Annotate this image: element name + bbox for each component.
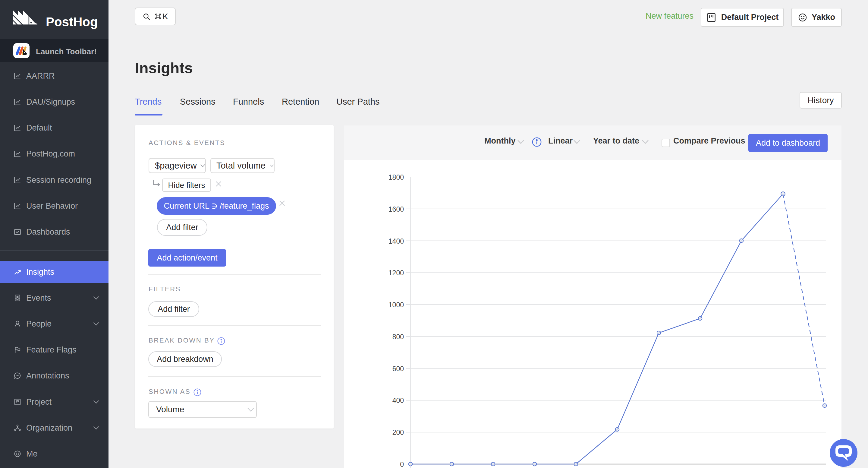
svg-text:600: 600 <box>393 365 404 373</box>
svg-text:400: 400 <box>393 397 404 404</box>
svg-text:800: 800 <box>393 333 404 341</box>
svg-text:200: 200 <box>393 429 404 436</box>
svg-text:1600: 1600 <box>389 205 404 213</box>
svg-text:1000: 1000 <box>389 301 404 309</box>
svg-text:1800: 1800 <box>389 173 404 181</box>
svg-text:0: 0 <box>400 461 404 468</box>
svg-text:1400: 1400 <box>389 237 404 245</box>
svg-text:1200: 1200 <box>389 269 404 277</box>
